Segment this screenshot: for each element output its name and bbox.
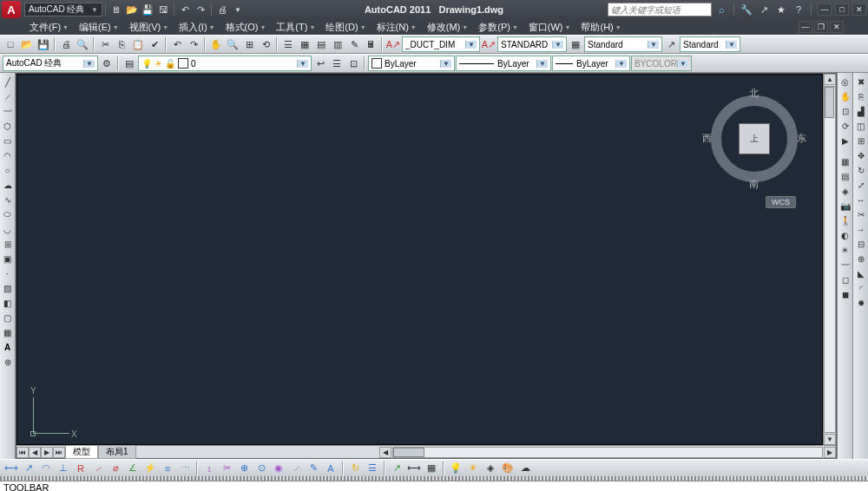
showmotion-button[interactable]: ▶ (838, 134, 852, 147)
vscroll-thumb[interactable] (825, 87, 834, 118)
redo-icon[interactable]: ↷ (194, 3, 207, 16)
insert-button[interactable]: ⊞ (1, 237, 15, 251)
gradient-button[interactable]: ◧ (1, 296, 15, 310)
compass-north[interactable]: 北 (749, 87, 759, 100)
render-env-button[interactable]: ☁ (517, 461, 533, 476)
scroll-up-button[interactable]: ▲ (824, 74, 836, 85)
textstyle-icon[interactable]: A↗ (481, 36, 496, 52)
point-button[interactable]: ∙ (1, 266, 15, 280)
design-center-button[interactable]: ▦ (297, 36, 312, 52)
array-button[interactable]: ⊞ (854, 134, 868, 147)
layer-state-button[interactable]: ☰ (329, 56, 345, 71)
open-icon[interactable]: 📂 (125, 3, 139, 16)
erase-button[interactable]: ✖ (854, 75, 868, 88)
dim-ordinate-button[interactable]: ⊥ (56, 461, 71, 476)
color-combo[interactable]: ByLayer▼ (368, 56, 455, 71)
chevron-down-icon[interactable]: ▼ (231, 3, 245, 16)
linetype-combo[interactable]: ByLayer▼ (456, 56, 551, 71)
dim-radius-button[interactable]: R (73, 461, 89, 476)
scroll-left-button[interactable]: ◀ (379, 447, 391, 458)
3dviews-button[interactable]: ◈ (838, 184, 852, 198)
menu-dimension[interactable]: 标注(N)▼ (372, 21, 422, 34)
pan-button[interactable]: ✋ (208, 36, 224, 52)
new-icon[interactable]: 🗎 (109, 3, 123, 16)
save-button[interactable]: 💾 (36, 36, 51, 52)
dim-update-button[interactable]: ↻ (347, 461, 363, 476)
hscroll-track[interactable] (392, 447, 823, 458)
rectangle-button[interactable]: ▭ (1, 134, 15, 147)
render2-button[interactable]: 🎨 (500, 461, 516, 476)
polygon-button[interactable]: ⬡ (1, 119, 15, 133)
stretch-button[interactable]: ↔ (854, 193, 868, 206)
print-icon[interactable]: 🖨 (215, 3, 229, 16)
viewcube-face[interactable]: 上 (739, 123, 770, 154)
circle-button[interactable]: ○ (1, 163, 15, 177)
compass-west[interactable]: 西 (702, 132, 712, 145)
camera-button[interactable]: 📷 (838, 199, 852, 213)
match-button[interactable]: ✔ (147, 36, 162, 52)
drawing-canvas[interactable]: YX 上 北 南 东 西 WCS (16, 74, 823, 445)
light-button[interactable]: 💡 (448, 461, 464, 476)
copy-obj-button[interactable]: ⎘ (854, 89, 868, 103)
new-button[interactable]: □ (3, 36, 18, 52)
maximize-button[interactable]: □ (835, 3, 849, 16)
named-views-button[interactable]: ▤ (838, 169, 852, 183)
tab-layout1[interactable]: 布局1 (98, 445, 136, 459)
jog-line-button[interactable]: ⟋ (288, 461, 304, 476)
close-button[interactable]: ✕ (852, 3, 866, 16)
xline-button[interactable]: ⟋ (1, 89, 15, 103)
chamfer-button[interactable]: ◣ (854, 266, 868, 280)
dim-break-button[interactable]: ✂ (219, 461, 234, 476)
orbit-button[interactable]: ⟳ (838, 119, 852, 133)
center-mark-button[interactable]: ⊙ (253, 461, 269, 476)
layer-combo[interactable]: 💡 ☀ 🔓 0 ▼ (138, 56, 312, 71)
tab-model[interactable]: 模型 (65, 445, 98, 459)
dimstyle-button[interactable]: ☰ (365, 461, 380, 476)
region-button[interactable]: ▢ (1, 311, 15, 324)
explode-button[interactable]: ✹ (854, 296, 868, 310)
join-button[interactable]: ⊕ (854, 252, 868, 265)
properties-button[interactable]: ☰ (280, 36, 296, 52)
block-button[interactable]: ▣ (1, 252, 15, 265)
area-button[interactable]: ▦ (424, 461, 439, 476)
pline-button[interactable]: 〰 (1, 104, 15, 118)
mleader-button[interactable]: ↗ (389, 461, 404, 476)
menu-file[interactable]: 文件(F)▼ (24, 21, 74, 34)
copy-button[interactable]: ⎘ (114, 36, 129, 52)
shade-button[interactable]: ◼ (838, 287, 852, 301)
arc-button[interactable]: ◠ (1, 148, 15, 162)
search-icon[interactable]: ⌕ (714, 3, 728, 16)
tab-prev-button[interactable]: ◀ (29, 447, 41, 458)
menu-insert[interactable]: 插入(I)▼ (174, 21, 220, 34)
workspace-quick-dropdown[interactable]: AutoCAD 经典 ▼ (24, 3, 102, 16)
dimstyle-icon[interactable]: A↗ (385, 36, 401, 52)
tablestyle-icon[interactable]: ▦ (568, 36, 583, 52)
layer-manager-button[interactable]: ▤ (122, 56, 137, 71)
walk-button[interactable]: 🚶 (838, 213, 852, 227)
help-search-input[interactable] (608, 3, 712, 16)
zoom-window-button[interactable]: ⊞ (241, 36, 257, 52)
menu-draw[interactable]: 绘图(D)▼ (320, 21, 371, 34)
help-icon[interactable]: ? (792, 3, 806, 16)
mleaderstyle-icon[interactable]: ↗ (663, 36, 679, 52)
visual-style-button[interactable]: ◐ (838, 228, 852, 242)
rotate-button[interactable]: ↻ (854, 163, 868, 177)
vertical-scrollbar[interactable]: ▲ ▼ (823, 74, 836, 445)
open-button[interactable]: 📂 (19, 36, 35, 52)
motion-path-button[interactable]: 〰 (838, 258, 852, 272)
ellipse-arc-button[interactable]: ◡ (1, 222, 15, 236)
dim-tedit-button[interactable]: A (323, 461, 339, 476)
offset-button[interactable]: ◫ (854, 119, 868, 133)
dim-continue-button[interactable]: ⋯ (177, 461, 193, 476)
menu-parametric[interactable]: 参数(P)▼ (473, 21, 523, 34)
revcloud-button[interactable]: ☁ (1, 178, 15, 192)
saveas-icon[interactable]: 🖫 (156, 3, 170, 16)
paste-button[interactable]: 📋 (130, 36, 146, 52)
zoom-extents-button[interactable]: ⊡ (838, 104, 852, 118)
dim-aligned-button[interactable]: ↗ (21, 461, 36, 476)
menu-tools[interactable]: 工具(T)▼ (271, 21, 320, 34)
textstyle-combo[interactable]: STANDARD▼ (497, 36, 567, 52)
sun-button[interactable]: ☀ (465, 461, 481, 476)
steering-wheel-button[interactable]: ◎ (838, 75, 852, 88)
fillet-button[interactable]: ◜ (854, 281, 868, 295)
